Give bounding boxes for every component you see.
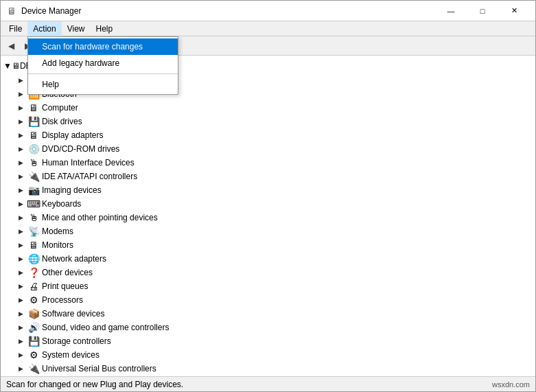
item-label-display-adapters: Display adapters xyxy=(42,130,103,140)
tree-item-disk-drives[interactable]: ▶ 💾 Disk drives xyxy=(1,115,535,128)
tree-item-imaging[interactable]: ▶ 📷 Imaging devices xyxy=(1,183,535,197)
item-chevron: ▶ xyxy=(16,103,25,113)
item-icon-storage: 💾 xyxy=(27,335,40,347)
item-chevron: ▶ xyxy=(16,213,25,222)
window-title: Device Manager xyxy=(21,6,435,16)
tree-item-hid[interactable]: ▶ 🖱 Human Interface Devices xyxy=(1,156,535,170)
tree-item-monitors[interactable]: ▶ 🖥 Monitors xyxy=(1,238,535,252)
item-label-network: Network adapters xyxy=(42,254,106,264)
item-icon-mice: 🖱 xyxy=(27,211,40,224)
root-icon: 🖥 xyxy=(12,61,20,71)
menu-action[interactable]: Action Scan for hardware changes Add leg… xyxy=(27,21,61,36)
item-chevron: ▶ xyxy=(16,172,25,181)
item-label-dvd-cdrom: DVD/CD-ROM drives xyxy=(42,144,119,154)
tree-item-sound-video[interactable]: ▶ 🔊 Sound, video and game controllers xyxy=(1,321,535,334)
item-icon-keyboards: ⌨ xyxy=(27,198,40,210)
item-icon-sound-video: 🔊 xyxy=(27,321,40,334)
tree-item-computer[interactable]: ▶ 🖥 Computer xyxy=(1,101,535,115)
tree-item-modems[interactable]: ▶ 📡 Modems xyxy=(1,224,535,238)
item-label-print-queues: Print queues xyxy=(42,281,88,291)
item-label-system: System devices xyxy=(42,350,100,360)
app-icon: 🖥 xyxy=(6,5,17,16)
item-chevron: ▶ xyxy=(16,364,25,373)
menu-help[interactable]: Help xyxy=(91,21,119,36)
item-chevron: ▶ xyxy=(16,227,25,236)
item-label-ide: IDE ATA/ATAPI controllers xyxy=(42,172,137,181)
tree-item-processors[interactable]: ▶ ⚙ Processors xyxy=(1,293,535,307)
item-icon-disk-drives: 💾 xyxy=(27,115,40,128)
item-icon-imaging: 📷 xyxy=(27,184,40,196)
item-icon-processors: ⚙ xyxy=(27,294,40,306)
item-chevron: ▶ xyxy=(16,350,25,360)
back-button[interactable]: ◀ xyxy=(3,38,19,54)
tree-item-mice[interactable]: ▶ 🖱 Mice and other pointing devices xyxy=(1,211,535,224)
tree-item-system[interactable]: ▶ ⚙ System devices xyxy=(1,348,535,362)
item-icon-dvd-cdrom: 💿 xyxy=(27,143,40,155)
tree-item-display-adapters[interactable]: ▶ 🖥 Display adapters xyxy=(1,128,535,142)
item-chevron: ▶ xyxy=(16,158,25,168)
tree-item-storage[interactable]: ▶ 💾 Storage controllers xyxy=(1,334,535,348)
item-chevron: ▶ xyxy=(16,185,25,195)
item-chevron: ▶ xyxy=(16,89,25,99)
item-label-monitors: Monitors xyxy=(42,240,73,250)
menu-help[interactable]: Help xyxy=(28,76,178,93)
item-chevron: ▶ xyxy=(16,199,25,209)
root-chevron: ▼ xyxy=(3,61,12,71)
item-icon-other: ❓ xyxy=(27,266,40,279)
item-label-processors: Processors xyxy=(42,295,83,305)
item-icon-display-adapters: 🖥 xyxy=(27,129,40,141)
item-icon-ide: 🔌 xyxy=(27,170,40,183)
item-chevron: ▶ xyxy=(16,254,25,264)
item-icon-usb: 🔌 xyxy=(27,362,40,375)
item-chevron: ▶ xyxy=(16,323,25,332)
item-label-imaging: Imaging devices xyxy=(42,185,102,195)
minimize-button[interactable]: — xyxy=(435,1,467,21)
item-label-mice: Mice and other pointing devices xyxy=(42,213,158,222)
statusbar: Scan for changed or new Plug and Play de… xyxy=(1,376,535,391)
item-chevron: ▶ xyxy=(16,281,25,291)
menu-add-legacy[interactable]: Add legacy hardware xyxy=(28,55,178,71)
item-label-software-devices: Software devices xyxy=(42,309,104,319)
item-icon-computer: 🖥 xyxy=(27,102,40,114)
item-label-usb: Universal Serial Bus controllers xyxy=(42,364,156,373)
tree-item-usb[interactable]: ▶ 🔌 Universal Serial Bus controllers xyxy=(1,362,535,376)
menu-view[interactable]: View xyxy=(62,21,91,36)
device-tree: ▼ 🖥 DESKTOP-ABC123 ▶ 🔋 Batteries ▶ 📶 Blu… xyxy=(1,56,535,376)
item-icon-hid: 🖱 xyxy=(27,157,40,169)
item-label-sound-video: Sound, video and game controllers xyxy=(42,323,169,332)
tree-item-network[interactable]: ▶ 🌐 Network adapters xyxy=(1,252,535,266)
device-tree-panel[interactable]: ▼ 🖥 DESKTOP-ABC123 ▶ 🔋 Batteries ▶ 📶 Blu… xyxy=(1,56,535,376)
item-icon-software-devices: 📦 xyxy=(27,308,40,320)
titlebar: 🖥 Device Manager — □ ✕ xyxy=(1,1,535,21)
item-icon-network: 🌐 xyxy=(27,253,40,265)
item-label-storage: Storage controllers xyxy=(42,336,111,346)
tree-item-keyboards[interactable]: ▶ ⌨ Keyboards xyxy=(1,197,535,211)
status-right: wsxdn.com xyxy=(492,380,530,389)
titlebar-buttons: — □ ✕ xyxy=(435,1,530,21)
tree-items-container: ▶ 🔋 Batteries ▶ 📶 Bluetooth ▶ 🖥 Computer… xyxy=(1,73,535,376)
tree-item-software-devices[interactable]: ▶ 📦 Software devices xyxy=(1,307,535,321)
item-label-modems: Modems xyxy=(42,227,73,236)
item-label-hid: Human Interface Devices xyxy=(42,158,135,168)
maximize-button[interactable]: □ xyxy=(467,1,498,21)
close-button[interactable]: ✕ xyxy=(498,1,530,21)
item-chevron: ▶ xyxy=(16,240,25,250)
menu-separator xyxy=(28,73,178,74)
menu-scan-hardware[interactable]: Scan for hardware changes xyxy=(28,38,178,55)
item-label-disk-drives: Disk drives xyxy=(42,117,82,126)
tree-item-other[interactable]: ▶ ❓ Other devices xyxy=(1,266,535,279)
item-icon-monitors: 🖥 xyxy=(27,239,40,251)
item-icon-modems: 📡 xyxy=(27,225,40,238)
device-manager-window: 🖥 Device Manager — □ ✕ File Action Scan … xyxy=(0,0,536,392)
menu-file[interactable]: File xyxy=(3,21,27,36)
status-text: Scan for changed or new Plug and Play de… xyxy=(6,380,492,389)
item-icon-print-queues: 🖨 xyxy=(27,280,40,292)
item-chevron: ▶ xyxy=(16,295,25,305)
tree-item-ide[interactable]: ▶ 🔌 IDE ATA/ATAPI controllers xyxy=(1,170,535,183)
item-chevron: ▶ xyxy=(16,76,25,85)
tree-item-dvd-cdrom[interactable]: ▶ 💿 DVD/CD-ROM drives xyxy=(1,142,535,156)
item-label-other: Other devices xyxy=(42,268,93,277)
item-chevron: ▶ xyxy=(16,336,25,346)
item-chevron: ▶ xyxy=(16,144,25,154)
tree-item-print-queues[interactable]: ▶ 🖨 Print queues xyxy=(1,279,535,293)
